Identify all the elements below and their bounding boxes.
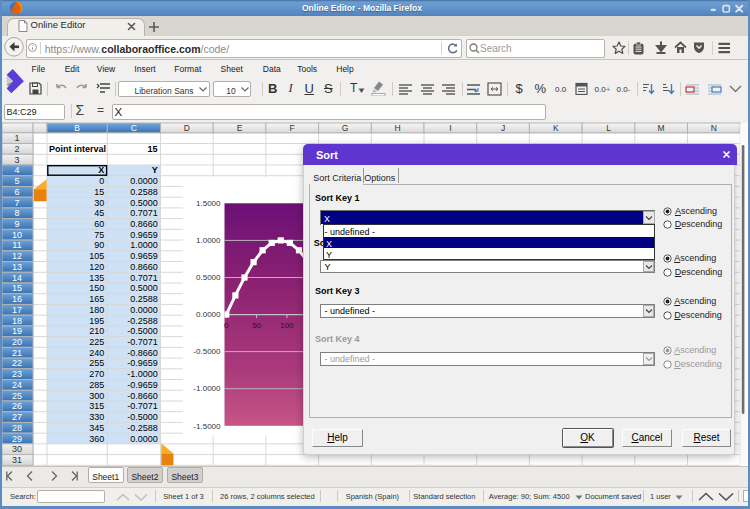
- svg-text:-0.5000: -0.5000: [127, 412, 158, 422]
- svg-text:22: 22: [12, 358, 22, 368]
- svg-text:-0.8660: -0.8660: [127, 348, 158, 358]
- svg-text:330: 330: [89, 412, 104, 422]
- svg-text:0.2588: 0.2588: [130, 294, 158, 304]
- svg-text:23: 23: [12, 369, 22, 379]
- svg-text:315: 315: [89, 401, 104, 411]
- svg-text:0.2588: 0.2588: [130, 187, 158, 197]
- svg-text:1.0000: 1.0000: [130, 240, 158, 250]
- svg-text:E: E: [237, 123, 243, 133]
- svg-text:30: 30: [12, 444, 22, 454]
- svg-text:210: 210: [89, 326, 104, 336]
- svg-text:8: 8: [14, 208, 19, 218]
- svg-text:0.5000: 0.5000: [130, 283, 158, 293]
- svg-text:B: B: [74, 123, 80, 133]
- svg-text:-0.8660: -0.8660: [127, 391, 158, 401]
- svg-text:15: 15: [94, 187, 104, 197]
- svg-text:12: 12: [12, 251, 22, 261]
- svg-text:285: 285: [89, 380, 104, 390]
- svg-text:300: 300: [89, 391, 104, 401]
- svg-text:1.5000: 1.5000: [196, 199, 221, 208]
- svg-text:240: 240: [89, 348, 104, 358]
- svg-text:H: H: [395, 123, 401, 133]
- svg-text:7: 7: [14, 198, 19, 208]
- svg-text:195: 195: [89, 316, 104, 326]
- svg-text:4: 4: [14, 165, 19, 175]
- svg-text:5: 5: [14, 176, 19, 186]
- svg-text:6: 6: [14, 187, 19, 197]
- svg-text:165: 165: [89, 294, 104, 304]
- svg-text:75: 75: [94, 230, 104, 240]
- svg-text:-1.0000: -1.0000: [127, 369, 158, 379]
- svg-text:27: 27: [12, 412, 22, 422]
- svg-text:N: N: [711, 123, 717, 133]
- svg-text:-0.2588: -0.2588: [127, 423, 158, 433]
- svg-text:25: 25: [12, 391, 22, 401]
- svg-text:20: 20: [12, 337, 22, 347]
- svg-text:29: 29: [12, 434, 22, 444]
- svg-text:-0.7071: -0.7071: [127, 337, 158, 347]
- svg-text:X: X: [98, 165, 104, 175]
- svg-text:30: 30: [94, 198, 104, 208]
- svg-text:-1.5000: -1.5000: [193, 422, 221, 431]
- svg-text:17: 17: [12, 305, 22, 315]
- svg-text:180: 180: [89, 305, 104, 315]
- svg-text:C: C: [131, 123, 137, 133]
- svg-text:-0.9659: -0.9659: [127, 380, 158, 390]
- svg-text:0.7071: 0.7071: [130, 273, 158, 283]
- svg-text:16: 16: [12, 294, 22, 304]
- svg-text:360: 360: [89, 434, 104, 444]
- svg-text:J: J: [501, 123, 505, 133]
- svg-text:0.8660: 0.8660: [130, 262, 158, 272]
- svg-text:345: 345: [89, 423, 104, 433]
- svg-text:24: 24: [12, 380, 22, 390]
- svg-text:M: M: [658, 123, 665, 133]
- svg-text:-0.9659: -0.9659: [127, 358, 158, 368]
- svg-text:100: 100: [280, 321, 294, 330]
- svg-text:90: 90: [94, 240, 104, 250]
- svg-text:0.8660: 0.8660: [130, 219, 158, 229]
- svg-text:0: 0: [224, 321, 229, 330]
- svg-text:105: 105: [89, 251, 104, 261]
- svg-text:-0.2588: -0.2588: [127, 316, 158, 326]
- svg-text:L: L: [606, 123, 611, 133]
- svg-text:45: 45: [94, 208, 104, 218]
- svg-text:14: 14: [12, 273, 22, 283]
- svg-text:0.5000: 0.5000: [196, 273, 221, 282]
- svg-text:I: I: [449, 123, 451, 133]
- svg-text:31: 31: [12, 455, 22, 465]
- svg-text:50: 50: [252, 321, 261, 330]
- svg-text:60: 60: [94, 219, 104, 229]
- svg-text:F: F: [290, 123, 295, 133]
- svg-text:1: 1: [14, 133, 19, 143]
- svg-text:-0.5000: -0.5000: [193, 347, 221, 356]
- svg-text:0.0000: 0.0000: [130, 176, 158, 186]
- svg-text:150: 150: [89, 283, 104, 293]
- svg-text:28: 28: [12, 423, 22, 433]
- svg-text:26: 26: [12, 401, 22, 411]
- svg-text:0.0000: 0.0000: [130, 434, 158, 444]
- svg-text:0.0000: 0.0000: [130, 305, 158, 315]
- svg-text:0.5000: 0.5000: [130, 198, 158, 208]
- svg-text:0: 0: [99, 176, 104, 186]
- svg-text:9: 9: [14, 219, 19, 229]
- svg-text:0.9659: 0.9659: [130, 251, 158, 261]
- svg-text:19: 19: [12, 326, 22, 336]
- svg-text:11: 11: [12, 240, 21, 250]
- svg-text:120: 120: [89, 262, 104, 272]
- svg-text:0.9659: 0.9659: [130, 230, 158, 240]
- svg-text:G: G: [342, 123, 349, 133]
- svg-text:-0.7071: -0.7071: [127, 401, 158, 411]
- svg-text:1.0000: 1.0000: [196, 236, 221, 245]
- svg-text:15: 15: [12, 283, 22, 293]
- svg-text:Y: Y: [152, 165, 158, 175]
- svg-text:-1.0000: -1.0000: [193, 384, 221, 393]
- svg-text:21: 21: [12, 348, 22, 358]
- svg-text:270: 270: [89, 369, 104, 379]
- svg-text:2: 2: [14, 144, 19, 154]
- svg-text:3: 3: [14, 155, 19, 165]
- svg-text:0.0000: 0.0000: [196, 310, 221, 319]
- svg-text:0.7071: 0.7071: [130, 208, 158, 218]
- svg-text:255: 255: [89, 358, 104, 368]
- svg-text:-0.5000: -0.5000: [127, 326, 158, 336]
- svg-text:Point interval: Point interval: [49, 144, 106, 154]
